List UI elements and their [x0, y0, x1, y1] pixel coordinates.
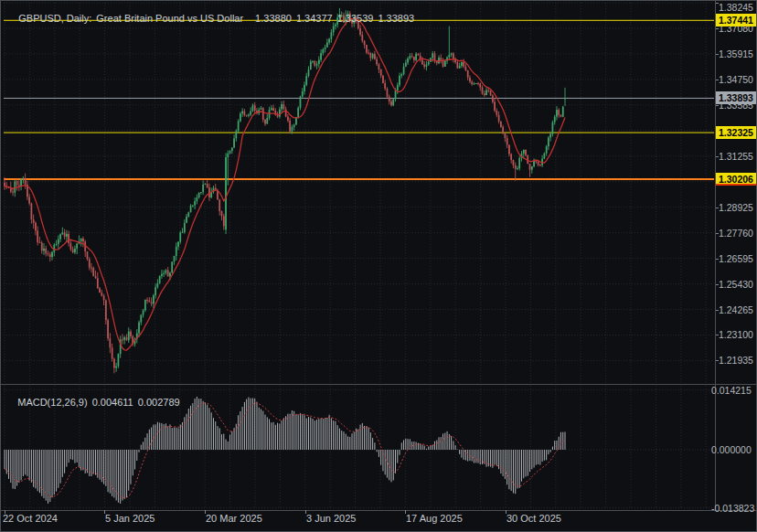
price-tick-mark: [716, 28, 719, 29]
time-axis[interactable]: 22 Oct 20245 Jan 202520 Mar 20253 Jun 20…: [1, 510, 716, 532]
symbol-period-label: GBPUSD, Daily:: [18, 13, 91, 24]
horizontal-level-lines[interactable]: [4, 20, 714, 179]
price-tick-label: 1.24265: [719, 304, 753, 315]
price-tick-label: 1.26595: [719, 253, 753, 264]
price-tick-mark: [716, 105, 719, 106]
macd-name: MACD(12,26,9): [17, 397, 87, 408]
symbol-description: Great Britain Pound vs US Dollar: [96, 13, 243, 24]
price-badge-1.33893[interactable]: 1.33893: [716, 91, 757, 104]
price-tick-label: 1.25430: [719, 279, 753, 290]
price-tick-label: 1.38245: [719, 2, 753, 13]
price-tick-mark: [716, 156, 719, 157]
price-tick-label: 1.27760: [719, 228, 753, 239]
price-tick-label: 1.28925: [719, 202, 753, 213]
time-axis-label: 30 Oct 2025: [506, 513, 561, 524]
macd-scale-label: 0.014215: [711, 385, 752, 396]
price-tick-label: 1.23100: [719, 329, 753, 340]
price-chart-canvas[interactable]: [1, 1, 757, 532]
price-tick-mark: [716, 284, 719, 285]
price-tick-label: 1.31255: [719, 151, 753, 162]
macd-scale-label: 0.000000: [711, 444, 752, 455]
grid: [4, 3, 714, 509]
time-axis-label: 5 Jan 2025: [105, 513, 155, 524]
price-tick-mark: [716, 54, 719, 55]
price-tick-mark: [716, 360, 719, 361]
price-tick-mark: [716, 207, 719, 208]
time-axis-label: 3 Jun 2025: [306, 513, 356, 524]
price-tick-mark: [716, 80, 719, 80]
price-tick-label: 1.21935: [719, 355, 753, 366]
ohlc-low: 1.33539: [337, 13, 374, 24]
ohlc-high: 1.34377: [296, 13, 333, 24]
price-badge-1.32325[interactable]: 1.32325: [716, 126, 757, 139]
price-tick-label: 1.34750: [719, 74, 753, 85]
price-tick-label: 1.35915: [719, 48, 753, 59]
panel-separator[interactable]: [1, 384, 757, 385]
price-tick-mark: [716, 310, 719, 311]
macd-indicator-label: MACD(12,26,9)0.0046110.002789: [6, 386, 185, 419]
ohlc-open: 1.33880: [255, 13, 292, 24]
macd-signal-value: 0.002789: [138, 397, 180, 408]
chart-title-bar: GBPUSD, Daily:Great Britain Pound vs US …: [7, 2, 419, 14]
price-tick-mark: [716, 233, 719, 234]
price-badge-1.30206[interactable]: 1.30206: [716, 173, 757, 186]
chart-window: GBPUSD, Daily:Great Britain Pound vs US …: [0, 0, 757, 532]
price-scale[interactable]: 1.382451.370801.359151.347501.335851.312…: [716, 1, 757, 510]
time-axis-label: 20 Mar 2025: [206, 513, 262, 524]
macd-scale-label: -0.013823: [711, 503, 754, 514]
price-tick-mark: [716, 335, 719, 335]
price-badge-1.37441[interactable]: 1.37441: [716, 14, 757, 27]
macd-main-value: 0.004611: [92, 397, 133, 408]
price-tick-mark: [716, 259, 719, 260]
time-axis-label: 22 Oct 2024: [3, 513, 58, 524]
candlesticks: [4, 8, 566, 374]
time-axis-label: 17 Aug 2025: [406, 513, 463, 524]
ohlc-close: 1.33893: [378, 13, 414, 24]
price-tick-mark: [716, 3, 719, 4]
